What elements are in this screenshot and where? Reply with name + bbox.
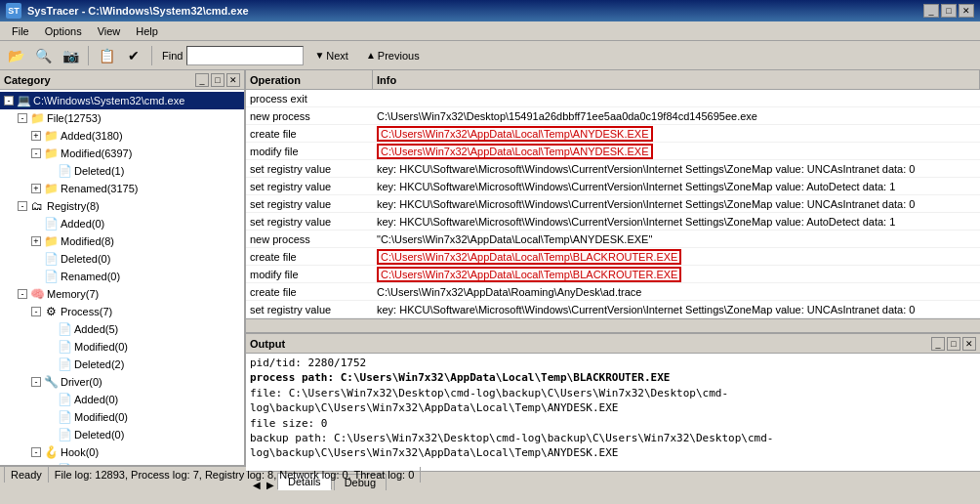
tree-item-icon: 📄: [57, 392, 72, 407]
tree-item[interactable]: +📁Modified(8): [0, 232, 244, 250]
status-log-info: File log: 12893, Process log: 7, Registr…: [49, 467, 421, 483]
previous-button[interactable]: ▲ Previous: [359, 47, 427, 64]
table-row[interactable]: set registry valuekey: HKCU\Software\Mic…: [246, 213, 980, 231]
panel-controls[interactable]: _ □ ✕: [195, 73, 240, 87]
menu-view[interactable]: View: [90, 23, 129, 39]
td-info: C:\Users\Win7x32\AppData\Local\Temp\ANYD…: [373, 126, 980, 142]
tree-item[interactable]: 📄Added(0): [0, 215, 244, 232]
category-tree[interactable]: -💻C:\Windows\System32\cmd.exe-📁File(1275…: [0, 90, 244, 465]
td-info: key: HKCU\Software\Microsoft\Windows\Cur…: [373, 216, 980, 228]
tree-item-icon: 📄: [43, 269, 59, 284]
output-line: backup path: C:\Users\Win7x32\Desktop\cm…: [250, 431, 976, 461]
tree-item[interactable]: -⚙Process(7): [0, 303, 244, 320]
tree-expand-icon[interactable]: -: [31, 148, 41, 158]
tree-item-icon: 📁: [43, 128, 59, 144]
tree-item[interactable]: -🧠Memory(7): [0, 285, 244, 303]
menu-file[interactable]: File: [4, 23, 37, 39]
tree-expand-icon[interactable]: +: [31, 184, 41, 193]
tree-item[interactable]: -📁File(12753): [0, 109, 244, 127]
tree-item[interactable]: 📄Modified(0): [0, 408, 244, 426]
horizontal-scrollbar[interactable]: [246, 318, 980, 332]
toolbar-btn-2[interactable]: 🔍: [31, 44, 55, 67]
window-controls[interactable]: _ □ ✕: [923, 4, 974, 18]
next-button[interactable]: ▼ Next: [307, 47, 355, 64]
td-operation: new process: [246, 233, 373, 245]
tree-expand-icon[interactable]: -: [18, 113, 27, 123]
table-row[interactable]: set registry valuekey: HKCU\Software\Mic…: [246, 195, 980, 213]
panel-close-btn[interactable]: ✕: [226, 73, 240, 87]
table-row[interactable]: new processC:\Users\Win7x32\Desktop\1549…: [246, 107, 980, 125]
tree-item-icon: 📄: [57, 462, 72, 465]
toolbar-btn-4[interactable]: 📋: [95, 44, 118, 67]
table-row[interactable]: create fileC:\Users\Win7x32\AppData\Loca…: [246, 248, 980, 266]
tree-expand-icon[interactable]: -: [18, 289, 27, 299]
output-minimize-btn[interactable]: _: [931, 337, 945, 351]
tree-item-label: Added(0): [74, 464, 118, 465]
table-row[interactable]: set registry valuekey: HKCU\Software\Mic…: [246, 160, 980, 178]
tree-item-label: Process(7): [61, 306, 112, 317]
tree-item[interactable]: -🔧Driver(0): [0, 373, 244, 391]
tree-item-label: C:\Windows\System32\cmd.exe: [33, 95, 184, 106]
tree-expand-icon[interactable]: +: [31, 236, 41, 246]
find-input[interactable]: [186, 46, 304, 65]
tree-item[interactable]: 📄Modified(0): [0, 338, 244, 356]
table-body[interactable]: process exitnew processC:\Users\Win7x32\…: [246, 90, 980, 318]
panel-float-btn[interactable]: □: [211, 73, 225, 87]
toolbar-separator-2: [151, 46, 152, 65]
tree-expand-icon[interactable]: -: [31, 447, 41, 457]
tree-item[interactable]: -🪝Hook(0): [0, 443, 244, 461]
tree-item[interactable]: -💻C:\Windows\System32\cmd.exe: [0, 92, 244, 109]
tree-item[interactable]: 📄Deleted(0): [0, 250, 244, 268]
table-row[interactable]: create fileC:\Users\Win7x32\AppData\Loca…: [246, 125, 980, 143]
menu-options[interactable]: Options: [37, 23, 90, 39]
table-row[interactable]: modify fileC:\Users\Win7x32\AppData\Loca…: [246, 143, 980, 160]
tree-expand-icon[interactable]: -: [31, 307, 41, 316]
output-float-btn[interactable]: □: [947, 337, 960, 351]
output-close-btn[interactable]: ✕: [962, 337, 976, 351]
menu-help[interactable]: Help: [128, 23, 166, 39]
minimize-button[interactable]: _: [923, 4, 939, 18]
table-row[interactable]: modify fileC:\Users\Win7x32\AppData\Loca…: [246, 266, 980, 283]
toolbar-separator-1: [88, 46, 89, 65]
tree-item[interactable]: 📄Added(5): [0, 320, 244, 338]
maximize-button[interactable]: □: [941, 4, 957, 18]
prev-label: Previous: [378, 50, 420, 62]
tree-item[interactable]: 📄Deleted(0): [0, 426, 244, 443]
tree-item[interactable]: 📄Deleted(2): [0, 356, 244, 373]
panel-minimize-btn[interactable]: _: [195, 73, 209, 87]
tree-item[interactable]: 📄Added(0): [0, 461, 244, 465]
tree-expand-icon[interactable]: -: [18, 201, 27, 211]
toolbar-btn-3[interactable]: 📷: [59, 44, 82, 67]
tree-item[interactable]: 📄Deleted(1): [0, 162, 244, 180]
tree-expand-icon[interactable]: -: [31, 377, 41, 387]
status-ready: Ready: [4, 467, 49, 483]
tree-item-label: Deleted(0): [74, 429, 124, 441]
tree-expand-icon[interactable]: -: [4, 96, 14, 105]
next-arrow-icon: ▼: [314, 50, 324, 61]
col-info[interactable]: Info: [373, 70, 980, 89]
table-row[interactable]: create fileC:\Users\Win7x32\AppData\Roam…: [246, 283, 980, 301]
tree-expand-icon[interactable]: +: [31, 131, 41, 141]
table-row[interactable]: process exit: [246, 90, 980, 107]
toolbar-btn-5[interactable]: ✔: [122, 44, 145, 67]
close-button[interactable]: ✕: [959, 4, 974, 18]
toolbar-btn-1[interactable]: 📂: [4, 44, 27, 67]
table-header: Operation Info: [246, 70, 980, 90]
title-bar: ST SysTracer - C:\Windows\System32\cmd.e…: [0, 0, 980, 21]
table-row[interactable]: set registry valuekey: HKCU\Software\Mic…: [246, 301, 980, 318]
tree-item-icon: 📄: [57, 339, 72, 355]
tree-item[interactable]: +📁Renamed(3175): [0, 180, 244, 197]
tree-item[interactable]: 📄Added(0): [0, 391, 244, 408]
tree-item[interactable]: +📁Added(3180): [0, 127, 244, 145]
category-panel-title: Category: [4, 74, 51, 86]
table-row[interactable]: set registry valuekey: HKCU\Software\Mic…: [246, 178, 980, 195]
tree-item[interactable]: 📄Renamed(0): [0, 268, 244, 285]
td-operation: create file: [246, 128, 373, 140]
tree-item[interactable]: -📁Modified(6397): [0, 145, 244, 162]
output-controls[interactable]: _ □ ✕: [931, 337, 976, 351]
tree-item-label: Added(0): [74, 394, 118, 405]
tree-item[interactable]: -🗂Registry(8): [0, 197, 244, 215]
table-row[interactable]: new process"C:\Users\Win7x32\AppData\Loc…: [246, 231, 980, 248]
menu-bar: File Options View Help: [0, 21, 980, 41]
col-operation[interactable]: Operation: [246, 70, 373, 89]
